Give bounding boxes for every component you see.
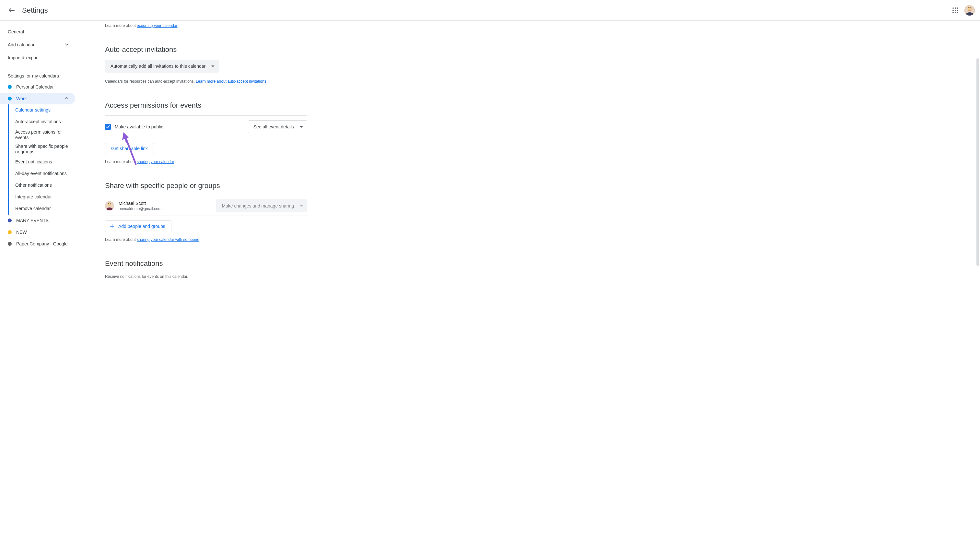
account-avatar[interactable] bbox=[964, 5, 975, 16]
helper-text-prefix: Learn more about bbox=[105, 237, 137, 242]
page-title: Settings bbox=[22, 6, 48, 15]
sidebar-sub-access-permissions[interactable]: Access permissions for events bbox=[9, 128, 75, 142]
dropdown-icon bbox=[300, 126, 303, 128]
sidebar-item-general[interactable]: General bbox=[0, 25, 75, 38]
main-content: Learn more about exporting your calendar… bbox=[84, 21, 318, 557]
plus-icon bbox=[109, 223, 115, 229]
helper-text-prefix: Learn more about bbox=[105, 23, 137, 28]
button-label: Add people and groups bbox=[118, 224, 165, 229]
section-title-access: Access permissions for events bbox=[105, 101, 307, 109]
sidebar-sub-label: Event notifications bbox=[15, 159, 52, 165]
sidebar-sub-label: Integrate calendar bbox=[15, 194, 52, 200]
back-button[interactable] bbox=[5, 4, 18, 17]
sidebar-calendar-work[interactable]: Work bbox=[0, 93, 75, 104]
sidebar-sub-label: Other notifications bbox=[15, 182, 52, 188]
share-person-email: onecaldemo@gmail.com bbox=[119, 207, 211, 211]
share-person-avatar bbox=[105, 201, 114, 210]
sidebar-item-label: MANY EVENTS bbox=[16, 218, 70, 223]
avatar-icon bbox=[964, 5, 975, 16]
dropdown-icon bbox=[211, 65, 215, 67]
svg-point-7 bbox=[952, 12, 954, 13]
svg-point-5 bbox=[955, 10, 956, 11]
calendar-color-dot bbox=[8, 230, 12, 234]
sharing-learn-more-link[interactable]: sharing your calendar bbox=[137, 160, 174, 164]
svg-point-1 bbox=[952, 7, 954, 9]
check-icon bbox=[105, 124, 111, 129]
select-value: Automatically add all invitations to thi… bbox=[111, 64, 205, 69]
svg-point-9 bbox=[957, 12, 958, 13]
sidebar-sub-label: Auto-accept invitations bbox=[15, 119, 61, 125]
sidebar-sub-label: Remove calendar bbox=[15, 206, 51, 212]
svg-point-3 bbox=[957, 7, 958, 9]
sidebar-item-label: General bbox=[8, 29, 70, 34]
sidebar-sub-label: All-day event notifications bbox=[15, 171, 67, 177]
sidebar-sub-calendar-settings[interactable]: Calendar settings bbox=[9, 104, 75, 116]
topbar: Settings bbox=[0, 0, 980, 21]
access-public-row: Make available to public See all event d… bbox=[105, 116, 307, 138]
svg-point-2 bbox=[955, 7, 956, 9]
auto-accept-learn-more-link[interactable]: Learn more about auto-accept invitations bbox=[196, 79, 266, 84]
helper-text-prefix: Learn more about bbox=[105, 160, 137, 164]
sidebar-item-label: Paper Company - Google bbox=[16, 241, 70, 246]
sidebar-item-label: Import & export bbox=[8, 55, 70, 60]
svg-point-8 bbox=[955, 12, 956, 13]
sidebar-work-sublist: Calendar settings Auto-accept invitation… bbox=[8, 104, 84, 215]
scrollbar-thumb[interactable] bbox=[977, 59, 979, 266]
export-helper: Learn more about exporting your calendar bbox=[105, 23, 307, 29]
calendar-color-dot bbox=[8, 97, 12, 101]
sidebar-sub-integrate[interactable]: Integrate calendar bbox=[9, 191, 75, 203]
apps-grid-icon bbox=[951, 7, 959, 14]
svg-point-12 bbox=[968, 7, 971, 10]
sidebar-calendar-paper-company[interactable]: Paper Company - Google bbox=[0, 238, 75, 250]
share-person-name: Michael Scott bbox=[119, 201, 211, 206]
svg-point-6 bbox=[957, 10, 958, 11]
sidebar-item-label: Work bbox=[16, 96, 63, 101]
sidebar-section-heading: Settings for my calendars bbox=[0, 64, 84, 81]
share-permission-select[interactable]: Make changes and manage sharing bbox=[216, 199, 307, 212]
sidebar-sub-other-notifications[interactable]: Other notifications bbox=[9, 180, 75, 191]
calendar-color-dot bbox=[8, 242, 12, 246]
google-apps-button[interactable] bbox=[949, 4, 962, 17]
chevron-up-icon bbox=[63, 95, 70, 103]
arrow-left-icon bbox=[8, 7, 16, 14]
share-person-info: Michael Scott onecaldemo@gmail.com bbox=[119, 201, 211, 211]
sidebar-sub-label: Calendar settings bbox=[15, 107, 50, 113]
make-public-checkbox[interactable] bbox=[105, 124, 111, 130]
sidebar-item-label: Add calendar bbox=[8, 42, 63, 47]
share-person-row: Michael Scott onecaldemo@gmail.com Make … bbox=[105, 196, 307, 216]
select-value: Make changes and manage sharing bbox=[222, 203, 294, 208]
section-title-notifications: Event notifications bbox=[105, 259, 307, 268]
sidebar-item-import-export[interactable]: Import & export bbox=[0, 51, 75, 64]
visibility-select[interactable]: See all event details bbox=[248, 120, 307, 133]
sidebar-item-add-calendar[interactable]: Add calendar bbox=[0, 38, 75, 51]
helper-text-prefix: Calendars for resources can auto-accept … bbox=[105, 79, 196, 84]
auto-accept-helper: Calendars for resources can auto-accept … bbox=[105, 78, 307, 84]
sidebar-calendar-new[interactable]: NEW bbox=[0, 226, 75, 238]
make-public-label: Make available to public bbox=[115, 124, 244, 129]
add-people-button[interactable]: Add people and groups bbox=[105, 220, 171, 232]
sidebar-sub-label: Access permissions for events bbox=[15, 129, 70, 141]
sidebar-sub-share-people[interactable]: Share with specific people or groups bbox=[9, 142, 75, 156]
sidebar-sub-allday-notifications[interactable]: All-day event notifications bbox=[9, 168, 75, 180]
section-title-auto-accept: Auto-accept invitations bbox=[105, 46, 307, 54]
select-value: See all event details bbox=[254, 124, 294, 129]
export-link[interactable]: exporting your calendar bbox=[137, 23, 177, 28]
get-shareable-link-button[interactable]: Get shareable link bbox=[105, 143, 154, 154]
sidebar-item-label: NEW bbox=[16, 230, 70, 235]
access-helper: Learn more about sharing your calendar bbox=[105, 159, 307, 165]
sidebar-sub-remove[interactable]: Remove calendar bbox=[9, 203, 75, 215]
sidebar-sub-label: Share with specific people or groups bbox=[15, 143, 70, 155]
calendar-color-dot bbox=[8, 85, 12, 89]
sidebar: General Add calendar Import & export Set… bbox=[0, 21, 84, 557]
calendar-color-dot bbox=[8, 218, 12, 222]
chevron-down-icon bbox=[63, 41, 70, 49]
sidebar-calendar-personal[interactable]: Personal Calendar bbox=[0, 81, 75, 93]
share-with-someone-link[interactable]: sharing your calendar with someone bbox=[137, 237, 199, 242]
sidebar-sub-auto-accept[interactable]: Auto-accept invitations bbox=[9, 116, 75, 128]
sidebar-calendar-many-events[interactable]: MANY EVENTS bbox=[0, 215, 75, 226]
sidebar-sub-event-notifications[interactable]: Event notifications bbox=[9, 156, 75, 168]
dropdown-icon bbox=[300, 205, 303, 207]
notifications-helper: Receive notifications for events on this… bbox=[105, 274, 307, 280]
auto-accept-select[interactable]: Automatically add all invitations to thi… bbox=[105, 60, 219, 73]
section-title-share: Share with specific people or groups bbox=[105, 182, 307, 190]
